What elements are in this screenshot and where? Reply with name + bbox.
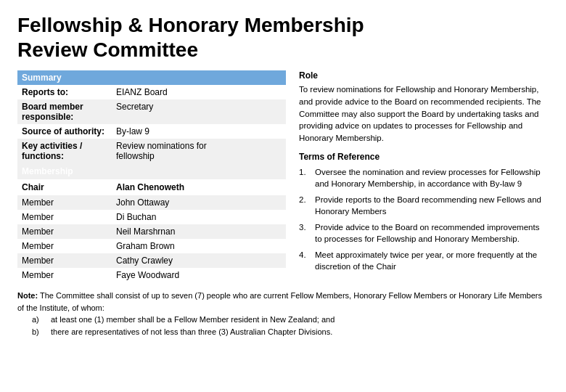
row-chair: Chair Alan Chenoweth [17, 179, 286, 195]
summary-table: Summary Reports to: EIANZ Board Board me… [17, 70, 286, 282]
label-reports-to: Reports to: [17, 85, 112, 99]
label-chair: Chair [17, 179, 112, 195]
label-member-3: Member [17, 224, 112, 239]
row-reports-to: Reports to: EIANZ Board [17, 85, 286, 99]
membership-header-row: Membership [17, 163, 286, 179]
note-item-b: b) there are representatives of not less… [32, 326, 549, 338]
note-main: Note: The Committee shall consist of up … [17, 290, 549, 314]
value-member-5: Cathy Crawley [112, 253, 286, 268]
note-label: Note: [17, 291, 38, 300]
tor-title: Terms of Reference [299, 152, 549, 162]
row-activities: Key activities /functions: Review nomina… [17, 139, 286, 163]
membership-header: Membership [17, 163, 286, 179]
value-reports-to: EIANZ Board [112, 85, 286, 99]
note-item-a-label: a) [32, 314, 45, 326]
note-item-b-text: there are representatives of not less th… [51, 326, 332, 338]
tor-item-1: 1. Oversee the nomination and review pro… [299, 166, 549, 189]
role-text: To review nominations for Fellowship and… [299, 83, 549, 144]
label-source: Source of authority: [17, 124, 112, 139]
value-member-4: Graham Brown [112, 239, 286, 253]
note-item-a-text: at least one (1) member shall be a Fello… [51, 314, 335, 326]
label-member-6: Member [17, 268, 112, 282]
page-title: Fellowship & Honorary MembershipReview C… [17, 13, 549, 62]
row-member-2: Member Di Buchan [17, 210, 286, 224]
tor-item-4: 4. Meet approximately twice per year, or… [299, 249, 549, 272]
value-activities: Review nominations forfellowship [112, 139, 286, 163]
tor-item-2: 2. Provide reports to the Board recommen… [299, 194, 549, 217]
row-member-5: Member Cathy Crawley [17, 253, 286, 268]
left-panel: Summary Reports to: EIANZ Board Board me… [17, 70, 286, 282]
note-section: Note: The Committee shall consist of up … [17, 290, 549, 338]
note-indent: a) at least one (1) member shall be a Fe… [32, 314, 549, 338]
note-item-a: a) at least one (1) member shall be a Fe… [32, 314, 549, 326]
tor-item-3: 3. Provide advice to the Board on recomm… [299, 221, 549, 245]
row-member-4: Member Graham Brown [17, 239, 286, 253]
row-member-1: Member John Ottaway [17, 195, 286, 210]
summary-header: Summary [17, 70, 286, 85]
label-member-4: Member [17, 239, 112, 253]
value-member-1: John Ottaway [112, 195, 286, 210]
row-member-6: Member Faye Woodward [17, 268, 286, 282]
note-item-b-label: b) [32, 326, 45, 338]
value-member-3: Neil Marshrnan [112, 224, 286, 239]
role-title: Role [299, 70, 549, 81]
label-member-1: Member [17, 195, 112, 210]
row-board-member: Board memberresponsible: Secretary [17, 99, 286, 124]
label-activities: Key activities /functions: [17, 139, 112, 163]
value-source: By-law 9 [112, 124, 286, 139]
note-main-text: The Committee shall consist of up to sev… [17, 291, 542, 312]
label-member-5: Member [17, 253, 112, 268]
label-member-2: Member [17, 210, 112, 224]
value-chair: Alan Chenoweth [112, 179, 286, 195]
value-member-2: Di Buchan [112, 210, 286, 224]
row-member-3: Member Neil Marshrnan [17, 224, 286, 239]
tor-list: 1. Oversee the nomination and review pro… [299, 166, 549, 273]
row-source: Source of authority: By-law 9 [17, 124, 286, 139]
label-board-member: Board memberresponsible: [17, 99, 112, 124]
value-member-6: Faye Woodward [112, 268, 286, 282]
right-panel: Role To review nominations for Fellowshi… [299, 70, 549, 282]
value-board-member: Secretary [112, 99, 286, 124]
